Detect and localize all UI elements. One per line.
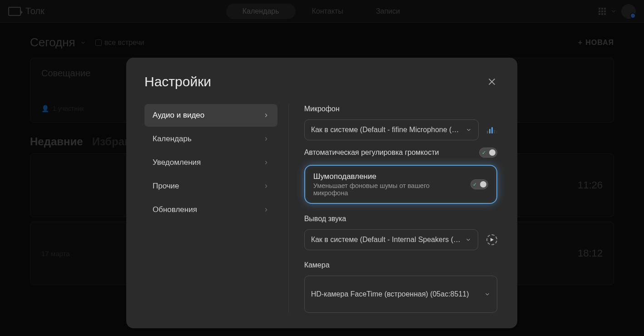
nav-other[interactable]: Прочие	[144, 175, 277, 198]
divider	[288, 104, 289, 313]
nav-audio-video[interactable]: Аудио и видео	[144, 104, 277, 127]
nav-calendar[interactable]: Календарь	[144, 128, 277, 150]
chevron-down-icon	[466, 127, 472, 133]
toggle-knob	[489, 149, 495, 156]
nav-notifications[interactable]: Уведомления	[144, 151, 277, 174]
chevron-down-icon	[484, 291, 490, 297]
close-button[interactable]	[485, 74, 499, 89]
agc-row: Автоматическая регулировка громкости ✓	[304, 147, 497, 158]
modal-header: Настройки	[144, 74, 499, 89]
agc-label: Автоматическая регулировка громкости	[304, 148, 439, 157]
agc-toggle[interactable]: ✓	[479, 148, 497, 158]
camera-select[interactable]: HD-камера FaceTime (встроенная) (05ac:85…	[304, 276, 497, 313]
chevron-right-icon	[263, 136, 269, 142]
modal-body: Аудио и видео Календарь Уведомления Проч…	[144, 104, 499, 313]
mic-row: Как в системе (Default - fifine Micropho…	[304, 119, 497, 140]
output-label: Вывод звука	[304, 215, 497, 223]
play-icon	[490, 237, 494, 242]
nav-item-label: Аудио и видео	[153, 111, 204, 120]
toggle-knob	[480, 181, 486, 188]
output-value: Как в системе (Default - Internal Speake…	[311, 236, 461, 244]
modal-title: Настройки	[144, 74, 211, 89]
check-icon: ✓	[481, 150, 486, 155]
noise-toggle[interactable]: ✓	[471, 179, 488, 189]
mic-label: Микрофон	[304, 105, 497, 113]
chevron-right-icon	[263, 112, 269, 119]
chevron-right-icon	[263, 207, 269, 213]
settings-nav: Аудио и видео Календарь Уведомления Проч…	[144, 104, 277, 313]
chevron-down-icon	[465, 237, 471, 243]
nav-updates[interactable]: Обновления	[144, 198, 277, 221]
check-icon: ✓	[472, 182, 478, 187]
mic-value: Как в системе (Default - fifine Micropho…	[311, 126, 461, 134]
output-row: Как в системе (Default - Internal Speake…	[304, 229, 497, 250]
camera-value: HD-камера FaceTime (встроенная) (05ac:85…	[311, 290, 480, 298]
chevron-right-icon	[263, 183, 269, 189]
nav-item-label: Прочие	[153, 182, 179, 191]
settings-modal: Настройки Аудио и видео Календарь Уведом…	[126, 58, 517, 328]
mic-level-icon	[487, 126, 497, 133]
noise-texts: Шумоподавление Уменьшает фоновые шумы от…	[313, 172, 462, 197]
nav-item-label: Уведомления	[153, 158, 201, 167]
nav-item-label: Календарь	[153, 134, 192, 143]
close-icon	[487, 77, 497, 87]
chevron-right-icon	[263, 159, 269, 166]
test-sound-button[interactable]	[486, 234, 497, 245]
mic-select[interactable]: Как в системе (Default - fifine Micropho…	[304, 119, 479, 140]
noise-desc: Уменьшает фоновые шумы от вашего микрофо…	[313, 182, 462, 197]
noise-suppression-highlight: Шумоподавление Уменьшает фоновые шумы от…	[304, 165, 497, 204]
output-select[interactable]: Как в системе (Default - Internal Speake…	[304, 229, 478, 250]
nav-item-label: Обновления	[153, 205, 197, 214]
settings-panel: Микрофон Как в системе (Default - fifine…	[300, 104, 499, 313]
camera-label: Камера	[304, 261, 497, 269]
noise-title: Шумоподавление	[313, 172, 462, 181]
